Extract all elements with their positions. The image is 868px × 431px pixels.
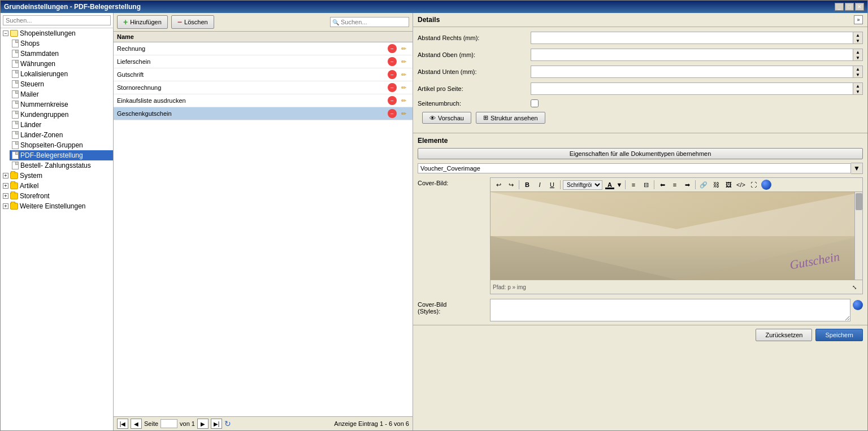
sidebar-item-kundengruppen[interactable]: Kundengruppen: [10, 110, 113, 120]
page-number-input[interactable]: 1: [160, 419, 177, 428]
expand-storefront-icon[interactable]: +: [3, 193, 8, 199]
cover-bild-styles-label: Cover-Bild (Styles):: [418, 299, 485, 315]
abstand-rechts-input[interactable]: 0: [531, 32, 853, 44]
details-collapse-button[interactable]: »: [854, 15, 863, 24]
fullscreen-button[interactable]: ⛶: [748, 179, 759, 190]
globe-styles-icon[interactable]: [853, 300, 863, 310]
source-button[interactable]: </>: [735, 179, 747, 190]
cover-bild-styles-input[interactable]: [490, 299, 850, 321]
font-color-dropdown-button[interactable]: ▼: [616, 179, 623, 190]
abstand-oben-up[interactable]: ▲: [853, 49, 862, 55]
voucher-dropdown[interactable]: Voucher_Coverimage: [418, 163, 851, 173]
row-delete-button[interactable]: −: [388, 109, 397, 118]
expand-weitere-icon[interactable]: +: [3, 203, 8, 209]
first-page-button[interactable]: |◀: [117, 419, 128, 429]
dropdown-arrow-icon[interactable]: ▼: [851, 163, 863, 174]
underline-button[interactable]: U: [546, 179, 558, 190]
unlink-button[interactable]: ⛓: [710, 179, 722, 190]
expand-shopeinstellungen-icon[interactable]: −: [3, 31, 8, 36]
row-edit-button[interactable]: ✏: [399, 96, 408, 105]
link-button[interactable]: 🔗: [698, 179, 709, 190]
sidebar-item-pdf-belegerstellung[interactable]: PDF-Belegerstellung: [10, 150, 113, 160]
minimize-button[interactable]: _: [835, 3, 844, 11]
expand-system-icon[interactable]: +: [3, 173, 8, 179]
row-edit-button[interactable]: ✏: [399, 44, 408, 53]
delete-button[interactable]: − Löschen: [171, 15, 214, 29]
unordered-list-button[interactable]: ≡: [628, 179, 639, 190]
row-delete-button[interactable]: −: [388, 96, 397, 105]
align-right-button[interactable]: ➡: [682, 179, 693, 190]
sidebar-item-shops[interactable]: Shops: [10, 38, 113, 49]
sidebar-item-bestell-zahlungsstatus[interactable]: Bestell- Zahlungsstatus: [10, 160, 113, 171]
abstand-unten-input[interactable]: 0: [531, 66, 853, 78]
table-row[interactable]: Rechnung − ✏: [114, 42, 413, 55]
seitenumbruch-checkbox[interactable]: [531, 99, 539, 107]
editor-resize-handle[interactable]: ⤡: [849, 281, 860, 293]
sidebar-item-weitere-einstellungen[interactable]: + Weitere Einstellungen: [1, 201, 113, 211]
ordered-list-button[interactable]: ⊟: [640, 179, 652, 190]
undo-button[interactable]: ↩: [493, 179, 504, 190]
artikel-pro-seite-up[interactable]: ▲: [853, 83, 862, 89]
table-row[interactable]: Einkaufsliste ausdrucken − ✏: [114, 94, 413, 107]
table-row[interactable]: Lieferschein − ✏: [114, 55, 413, 68]
close-button[interactable]: ✕: [855, 3, 864, 11]
abstand-unten-down[interactable]: ▼: [853, 72, 862, 77]
expand-artikel-icon[interactable]: +: [3, 183, 8, 189]
center-search-input[interactable]: [330, 17, 409, 27]
editor-scrollbar[interactable]: [854, 192, 862, 280]
abstand-unten-up[interactable]: ▲: [853, 66, 862, 72]
font-color-button[interactable]: A: [604, 179, 616, 190]
abstand-oben-down[interactable]: ▼: [853, 55, 862, 60]
table-row[interactable]: Stornorechnung − ✏: [114, 81, 413, 94]
sidebar-item-nummernkreise[interactable]: Nummernkreise: [10, 99, 113, 110]
table-row[interactable]: Geschenkgutschein − ✏: [114, 107, 413, 120]
save-button[interactable]: Speichern: [815, 329, 863, 341]
sidebar-item-system[interactable]: + System: [1, 171, 113, 181]
preview-button[interactable]: 👁 Vorschau: [422, 112, 471, 124]
next-page-button[interactable]: ▶: [197, 419, 209, 429]
font-size-select[interactable]: Schriftgröße 81012 141618: [563, 180, 602, 190]
prev-page-button[interactable]: ◀: [131, 419, 142, 429]
artikel-pro-seite-input[interactable]: 0: [531, 82, 853, 95]
table-row[interactable]: Gutschrift − ✏: [114, 68, 413, 81]
abstand-rechts-down[interactable]: ▼: [853, 38, 862, 43]
sidebar-item-steuern[interactable]: Steuern: [10, 79, 113, 89]
sidebar-item-mailer[interactable]: Mailer: [10, 89, 113, 99]
eigenschaften-button[interactable]: Eigenschaften für alle Dokumenttypen übe…: [418, 148, 863, 159]
sidebar-search-input[interactable]: [3, 15, 111, 25]
refresh-button[interactable]: ↻: [224, 419, 231, 428]
sidebar-item-shopeinstellungen[interactable]: − Shopeinstellungen: [1, 28, 113, 38]
abstand-oben-input[interactable]: 0: [531, 49, 853, 61]
editor-content[interactable]: Gutschein: [490, 191, 863, 280]
sidebar-item-storefront[interactable]: + Storefront: [1, 191, 113, 201]
sidebar-item-laender[interactable]: Länder: [10, 120, 113, 130]
maximize-button[interactable]: □: [845, 3, 854, 11]
sidebar-item-shopseiten-gruppen[interactable]: Shopseiten-Gruppen: [10, 140, 113, 150]
row-edit-button[interactable]: ✏: [399, 70, 408, 79]
redo-button[interactable]: ↪: [505, 179, 517, 190]
image-button[interactable]: 🖼: [723, 179, 734, 190]
italic-button[interactable]: I: [534, 179, 545, 190]
sidebar-item-artikel[interactable]: + Artikel: [1, 181, 113, 191]
row-edit-button[interactable]: ✏: [399, 57, 408, 66]
sidebar-item-laender-zonen[interactable]: Länder-Zonen: [10, 130, 113, 140]
row-delete-button[interactable]: −: [388, 83, 397, 92]
reset-button[interactable]: Zurücksetzen: [756, 329, 812, 341]
sidebar-item-waehrungen[interactable]: Währungen: [10, 59, 113, 69]
align-left-button[interactable]: ⬅: [657, 179, 668, 190]
struktur-button[interactable]: ⊞ Struktur ansehen: [476, 112, 545, 124]
add-button[interactable]: + Hinzufügen: [117, 15, 168, 29]
abstand-rechts-up[interactable]: ▲: [853, 32, 862, 38]
row-delete-button[interactable]: −: [388, 70, 397, 79]
sidebar-item-stammdaten[interactable]: Stammdaten: [10, 49, 113, 59]
row-delete-button[interactable]: −: [388, 57, 397, 66]
row-edit-button[interactable]: ✏: [399, 83, 408, 92]
row-delete-button[interactable]: −: [388, 44, 397, 53]
sidebar-item-lokalisierungen[interactable]: Lokalisierungen: [10, 69, 113, 79]
bold-button[interactable]: B: [522, 179, 533, 190]
align-center-button[interactable]: ≡: [669, 179, 680, 190]
row-edit-button[interactable]: ✏: [399, 109, 408, 118]
artikel-pro-seite-down[interactable]: ▼: [853, 89, 862, 94]
globe-icon[interactable]: [761, 180, 771, 190]
last-page-button[interactable]: ▶|: [211, 419, 222, 429]
